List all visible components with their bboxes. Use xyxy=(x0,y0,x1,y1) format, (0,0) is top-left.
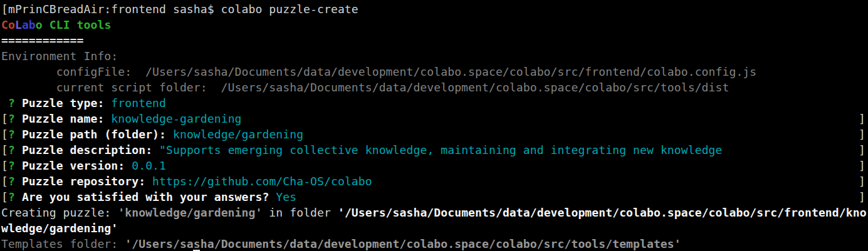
terminal-line: [? Puzzle name: knowledge-gardening] xyxy=(1,111,868,126)
terminal-text-segment: Puzzle path (folder): xyxy=(22,128,166,141)
terminal-text-segment: current script folder: /Users/sasha/Docu… xyxy=(1,81,729,94)
terminal-line-text: Templates folder: '/Users/sasha/Document… xyxy=(1,237,681,250)
terminal-text-segment: Environment Info: xyxy=(1,49,118,63)
terminal-text-segment xyxy=(269,190,276,203)
terminal-line-text: [? Puzzle path (folder): knowledge/garde… xyxy=(1,126,303,142)
terminal-text-segment: 'knowledge/gardening' xyxy=(118,206,262,219)
terminal-line: [? Puzzle version: 0.0.1] xyxy=(1,158,868,173)
terminal-line-text: [? Puzzle version: 0.0.1 xyxy=(1,158,166,173)
terminal-text-segment xyxy=(145,175,152,188)
right-bracket: ] xyxy=(859,111,868,126)
terminal-line: [? Puzzle description: "Supports emergin… xyxy=(1,142,868,158)
terminal-text-segment xyxy=(15,96,22,110)
line-spacer xyxy=(166,158,859,173)
terminal-line-text: Environment Info: xyxy=(1,49,118,63)
terminal-text-segment: frontend xyxy=(111,96,166,110)
terminal-text-segment: o xyxy=(36,18,43,31)
terminal-text-segment: Puzzle name: xyxy=(22,112,104,125)
terminal-text-segment xyxy=(15,112,22,125)
terminal-line-text: [? Puzzle repository: https://github.com… xyxy=(1,173,372,189)
terminal-text-segment: Creating puzzle: xyxy=(1,206,118,219)
terminal-line-text: CoLabo CLI tools xyxy=(1,18,111,31)
terminal-output: [mPrinCBreadAir:frontend sasha$ colabo p… xyxy=(1,1,868,251)
terminal-text-segment xyxy=(104,112,111,125)
terminal-line: [? Puzzle path (folder): knowledge/garde… xyxy=(1,126,868,142)
terminal-line: Creating puzzle: 'knowledge/gardening' i… xyxy=(1,205,868,236)
terminal-text-segment: L xyxy=(15,18,22,31)
terminal-text-segment: ? xyxy=(8,175,15,188)
terminal-text-segment: Yes xyxy=(276,190,296,203)
terminal-text-segment: [ xyxy=(1,159,8,172)
terminal-line-text: [? Are you satisfied with your answers? … xyxy=(1,189,296,205)
terminal-text-segment: https://github.com/Cha-OS/colabo xyxy=(152,175,372,188)
line-spacer xyxy=(242,111,859,126)
terminal-text-segment: knowledge/gardening xyxy=(173,128,303,141)
terminal-text-segment: ? xyxy=(8,159,15,172)
terminal-text-segment: Puzzle repository: xyxy=(22,175,145,188)
terminal-text-segment: Co xyxy=(1,18,15,31)
terminal-text-segment xyxy=(15,190,22,203)
right-bracket: ] xyxy=(859,173,868,189)
terminal-text-segment xyxy=(152,143,159,156)
terminal-line: ? Puzzle type: frontend xyxy=(1,95,868,111)
terminal-text-segment: ? xyxy=(8,190,15,203)
terminal-line-text: configFile: /Users/sasha/Documents/data/… xyxy=(1,65,756,78)
terminal-text-segment xyxy=(1,96,8,110)
terminal-line: Templates folder: '/Users/sasha/Document… xyxy=(1,236,868,251)
terminal-line-text: ? Puzzle type: frontend xyxy=(1,96,166,110)
terminal-text-segment xyxy=(125,159,132,172)
terminal-text-segment: 0.0.1 xyxy=(132,159,166,172)
terminal-text-segment: '/Users/sasha/Documents/data/development… xyxy=(125,237,681,250)
terminal-text-segment: [mPrinCBreadAir:frontend sasha$ colabo p… xyxy=(1,3,358,16)
terminal-text-segment xyxy=(15,128,22,141)
terminal-text-segment: configFile: /Users/sasha/Documents/data/… xyxy=(1,65,756,78)
terminal-line: [mPrinCBreadAir:frontend sasha$ colabo p… xyxy=(1,1,868,17)
right-bracket: ] xyxy=(859,158,868,173)
terminal-line: current script folder: /Users/sasha/Docu… xyxy=(1,79,868,95)
terminal-text-segment: Templates folder: xyxy=(1,237,125,250)
terminal-text-segment: [ xyxy=(1,175,8,188)
terminal-text-segment xyxy=(15,159,22,172)
terminal-text-segment: ? xyxy=(8,96,15,110)
terminal-text-segment: [ xyxy=(1,128,8,141)
terminal-text-segment: [ xyxy=(1,190,8,203)
right-bracket: ] xyxy=(859,189,868,205)
terminal-text-segment: [ xyxy=(1,143,8,156)
line-spacer xyxy=(303,126,859,142)
right-bracket: ] xyxy=(859,142,868,158)
terminal-text-segment: Puzzle description: xyxy=(22,143,152,156)
terminal-text-segment: ab xyxy=(22,18,36,31)
terminal-text-segment: knowledge-gardening xyxy=(111,112,241,125)
terminal-line: configFile: /Users/sasha/Documents/data/… xyxy=(1,64,868,79)
terminal-line: Environment Info: xyxy=(1,48,868,64)
terminal-text-segment: Are you satisfied with your answers? xyxy=(22,190,269,203)
terminal-text-segment: [ xyxy=(1,112,8,125)
line-spacer xyxy=(723,142,859,158)
terminal-line-text: [? Puzzle description: "Supports emergin… xyxy=(1,142,723,158)
terminal-line: [? Are you satisfied with your answers? … xyxy=(1,189,868,205)
terminal-text-segment xyxy=(104,96,111,110)
terminal-line-text: Creating puzzle: 'knowledge/gardening' i… xyxy=(1,206,867,235)
terminal-line: [? Puzzle repository: https://github.com… xyxy=(1,173,868,189)
terminal-text-segment: ============ xyxy=(1,34,83,47)
terminal-line-text: [mPrinCBreadAir:frontend sasha$ colabo p… xyxy=(1,3,358,16)
right-bracket: ] xyxy=(859,126,868,142)
line-spacer xyxy=(372,173,859,189)
terminal-text-segment: Puzzle version: xyxy=(22,159,125,172)
terminal-text-segment: ? xyxy=(8,112,15,125)
terminal-line: ============ xyxy=(1,33,868,48)
terminal-screen[interactable]: [mPrinCBreadAir:frontend sasha$ colabo p… xyxy=(0,0,868,251)
terminal-line-text: ============ xyxy=(1,34,83,47)
terminal-text-segment xyxy=(15,175,22,188)
terminal-text-segment: CLI tools xyxy=(43,18,112,31)
terminal-line: CoLabo CLI tools xyxy=(1,17,868,33)
terminal-text-segment xyxy=(15,143,22,156)
terminal-text-segment: in folder xyxy=(262,206,338,219)
line-spacer xyxy=(296,189,859,205)
terminal-line-text: current script folder: /Users/sasha/Docu… xyxy=(1,81,729,94)
terminal-text-segment: "Supports emerging collective knowledge,… xyxy=(159,143,722,156)
terminal-text-segment xyxy=(166,128,173,141)
terminal-text-segment: Puzzle type: xyxy=(22,96,104,110)
terminal-text-segment: ? xyxy=(8,128,15,141)
terminal-text-segment: ? xyxy=(8,143,15,156)
